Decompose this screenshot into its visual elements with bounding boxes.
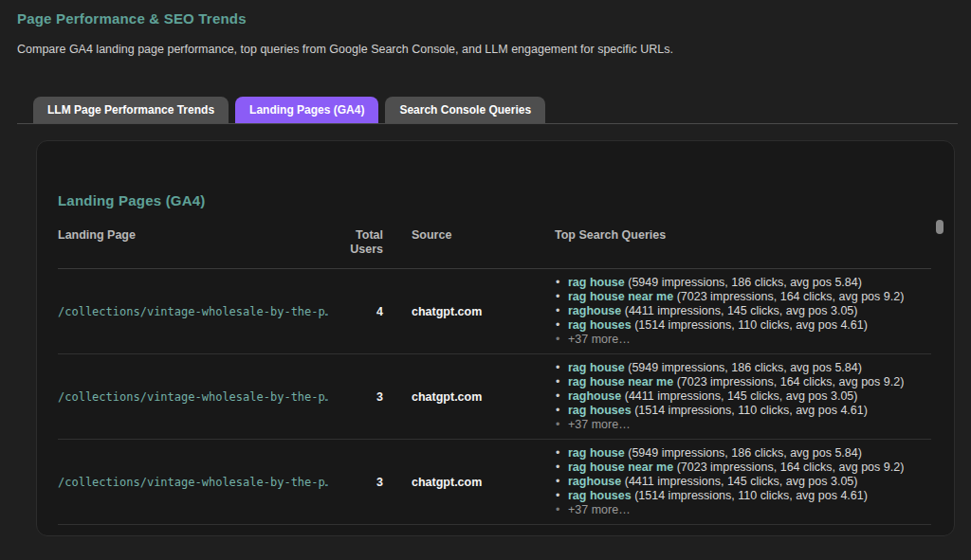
tab-bar: LLM Page Performance TrendsLanding Pages… xyxy=(17,98,958,124)
landing-pages-panel: Landing Pages (GA4) Landing Page Total U… xyxy=(36,140,955,536)
top-search-queries-cell: rag house (5949 impressions, 186 clicks,… xyxy=(555,446,931,517)
table-row: /collections/vintage-wholesale-by-the-p…… xyxy=(58,354,931,440)
total-users-cell: 3 xyxy=(328,390,383,404)
table-row: /collections/vintage-wholesale-by-the-p…… xyxy=(58,269,931,354)
tab-2[interactable]: Search Console Queries xyxy=(385,97,545,123)
top-search-queries-cell: rag house (5949 impressions, 186 clicks,… xyxy=(555,276,931,347)
page-title: Page Performance & SEO Trends xyxy=(17,10,954,27)
table-scrollbar-thumb[interactable] xyxy=(936,220,944,234)
more-queries-label: +37 more… xyxy=(555,418,931,432)
query-item: rag house near me (7023 impressions, 164… xyxy=(555,375,931,389)
page-subtitle: Compare GA4 landing page performance, to… xyxy=(17,43,954,56)
more-queries-label: +37 more… xyxy=(555,503,931,517)
query-item: rag houses (1514 impressions, 110 clicks… xyxy=(555,404,931,418)
query-item: rag house (5949 impressions, 186 clicks,… xyxy=(555,446,931,461)
query-item: raghouse (4411 impressions, 145 clicks, … xyxy=(555,475,931,489)
query-item: raghouse (4411 impressions, 145 clicks, … xyxy=(555,304,931,318)
query-item: rag house near me (7023 impressions, 164… xyxy=(555,290,931,304)
tab-1[interactable]: Landing Pages (GA4) xyxy=(235,97,378,123)
query-item: rag house near me (7023 impressions, 164… xyxy=(555,461,931,475)
tab-0[interactable]: LLM Page Performance Trends xyxy=(33,97,229,123)
more-queries-label: +37 more… xyxy=(555,333,931,347)
table-row: /collections/vintage-wholesale-by-the-p…… xyxy=(58,440,931,525)
total-users-cell: 4 xyxy=(328,305,383,318)
column-header-landing-page: Landing Page xyxy=(58,228,328,257)
column-header-total-users: Total Users xyxy=(328,228,383,257)
query-item: rag house (5949 impressions, 186 clicks,… xyxy=(555,276,931,290)
landing-page-cell: /collections/vintage-wholesale-by-the-p… xyxy=(58,476,328,489)
column-header-source: Source xyxy=(383,228,555,257)
top-search-queries-cell: rag house (5949 impressions, 186 clicks,… xyxy=(555,361,931,432)
landing-page-cell: /collections/vintage-wholesale-by-the-p… xyxy=(58,390,328,404)
source-cell: chatgpt.com xyxy=(383,305,555,318)
landing-page-cell: /collections/vintage-wholesale-by-the-p… xyxy=(58,305,328,318)
page-header: Page Performance & SEO Trends Compare GA… xyxy=(0,0,971,56)
section-heading: Landing Pages (GA4) xyxy=(58,192,931,208)
query-item: rag houses (1514 impressions, 110 clicks… xyxy=(555,318,931,333)
query-item: rag house (5949 impressions, 186 clicks,… xyxy=(555,361,931,375)
query-item: rag houses (1514 impressions, 110 clicks… xyxy=(555,489,931,503)
source-cell: chatgpt.com xyxy=(383,390,555,404)
column-header-top-search-queries: Top Search Queries xyxy=(555,228,931,257)
source-cell: chatgpt.com xyxy=(383,476,555,489)
query-item: raghouse (4411 impressions, 145 clicks, … xyxy=(555,389,931,404)
table-body: /collections/vintage-wholesale-by-the-p…… xyxy=(58,269,931,525)
table-header: Landing Page Total Users Source Top Sear… xyxy=(58,228,931,269)
total-users-cell: 3 xyxy=(328,476,383,489)
